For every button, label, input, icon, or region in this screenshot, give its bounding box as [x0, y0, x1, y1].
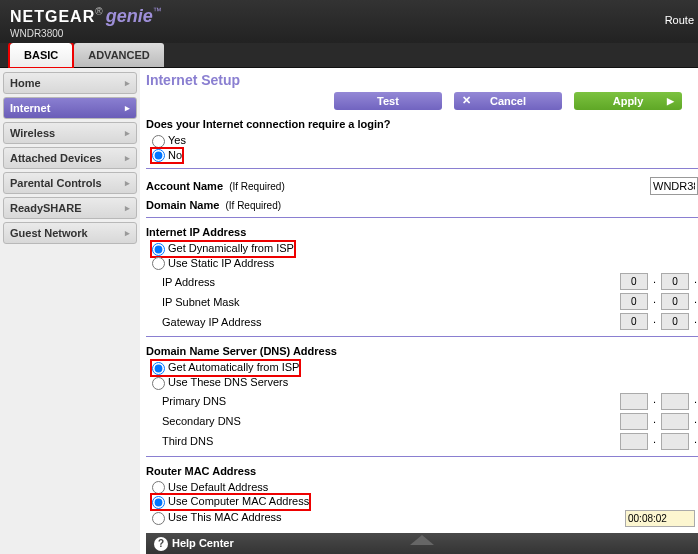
mac-address-input[interactable] — [625, 510, 695, 527]
chevron-right-icon: ▸ — [125, 103, 130, 113]
ip-oct[interactable] — [620, 313, 648, 330]
chevron-right-icon: ▸ — [125, 78, 130, 88]
mac-computer-row[interactable]: Use Computer MAC Address — [152, 495, 309, 509]
chevron-up-icon — [410, 535, 434, 545]
ip-oct[interactable] — [661, 273, 689, 290]
mac-this-row[interactable]: Use This MAC Address — [152, 510, 698, 527]
ip-oct[interactable] — [661, 433, 689, 450]
ip-static-radio[interactable] — [152, 257, 165, 270]
ip-oct[interactable] — [661, 293, 689, 310]
mac-computer-radio[interactable] — [152, 496, 165, 509]
dns-section-title: Domain Name Server (DNS) Address — [146, 345, 698, 357]
button-row: Test ✕Cancel Apply▶ — [146, 92, 698, 110]
ip-oct[interactable] — [620, 413, 648, 430]
model-label: WNDR3800 — [10, 28, 688, 39]
login-no-row[interactable]: No — [152, 149, 182, 163]
primary-dns-label: Primary DNS — [162, 395, 366, 407]
sidebar-item-readyshare[interactable]: ReadySHARE▸ — [3, 197, 137, 219]
header-right-text: Route — [665, 14, 694, 26]
help-icon: ? — [154, 537, 168, 551]
dns-use-row[interactable]: Use These DNS Servers — [152, 376, 698, 390]
chevron-right-icon: ▸ — [125, 128, 130, 138]
third-dns-label: Third DNS — [162, 435, 366, 447]
chevron-right-icon: ▸ — [125, 203, 130, 213]
brand-logo: NETGEAR — [10, 8, 95, 25]
dns-use-radio[interactable] — [152, 377, 165, 390]
tab-basic[interactable]: BASIC — [10, 43, 72, 67]
test-button[interactable]: Test — [334, 92, 442, 110]
chevron-right-icon: ▸ — [125, 153, 130, 163]
mac-default-row[interactable]: Use Default Address — [152, 481, 698, 495]
sidebar-item-internet[interactable]: Internet▸ — [3, 97, 137, 119]
ip-oct[interactable] — [620, 273, 648, 290]
mac-section-title: Router MAC Address — [146, 465, 698, 477]
chevron-right-icon: ▸ — [125, 178, 130, 188]
login-yes-row[interactable]: Yes — [152, 134, 698, 148]
ip-oct[interactable] — [661, 313, 689, 330]
ip-dynamic-radio[interactable] — [152, 243, 165, 256]
cancel-button[interactable]: ✕Cancel — [454, 92, 562, 110]
main-panel: Internet Setup Test ✕Cancel Apply▶ Does … — [140, 68, 698, 554]
ip-dynamic-row[interactable]: Get Dynamically from ISP — [152, 242, 294, 256]
x-icon: ✕ — [462, 94, 471, 107]
brand-genie: genie — [106, 6, 153, 26]
login-yes-radio[interactable] — [152, 135, 165, 148]
mac-default-radio[interactable] — [152, 481, 165, 494]
svg-marker-0 — [410, 535, 434, 545]
sidebar-item-guest-network[interactable]: Guest Network▸ — [3, 222, 137, 244]
ip-oct[interactable] — [661, 393, 689, 410]
ip-oct[interactable] — [661, 413, 689, 430]
gateway-label: Gateway IP Address — [162, 316, 366, 328]
dns-auto-row[interactable]: Get Automatically from ISP — [152, 361, 299, 375]
sidebar-item-attached-devices[interactable]: Attached Devices▸ — [3, 147, 137, 169]
subnet-label: IP Subnet Mask — [162, 296, 366, 308]
ip-oct[interactable] — [620, 393, 648, 410]
triangle-right-icon: ▶ — [667, 96, 674, 106]
domain-name-label: Domain Name (If Required) — [146, 199, 366, 211]
help-center-bar[interactable]: ?Help Center — [146, 533, 698, 554]
login-no-radio[interactable] — [152, 149, 165, 162]
ip-oct[interactable] — [620, 433, 648, 450]
chevron-right-icon: ▸ — [125, 228, 130, 238]
apply-button[interactable]: Apply▶ — [574, 92, 682, 110]
page-title: Internet Setup — [146, 72, 698, 88]
dns-auto-radio[interactable] — [152, 362, 165, 375]
sidebar-item-home[interactable]: Home▸ — [3, 72, 137, 94]
ip-section-title: Internet IP Address — [146, 226, 698, 238]
secondary-dns-label: Secondary DNS — [162, 415, 366, 427]
mac-this-radio[interactable] — [152, 512, 165, 525]
sidebar-item-parental-controls[interactable]: Parental Controls▸ — [3, 172, 137, 194]
account-name-label: Account Name (If Required) — [146, 180, 366, 192]
ip-static-row[interactable]: Use Static IP Address — [152, 257, 698, 271]
app-header: NETGEAR® genie™ WNDR3800 Route — [0, 0, 698, 43]
ip-address-label: IP Address — [162, 276, 366, 288]
account-name-input[interactable] — [650, 177, 698, 195]
login-question-label: Does your Internet connection require a … — [146, 118, 698, 130]
tab-advanced[interactable]: ADVANCED — [74, 43, 164, 67]
tab-bar: BASIC ADVANCED — [0, 43, 698, 68]
ip-oct[interactable] — [620, 293, 648, 310]
sidebar: Home▸ Internet▸ Wireless▸ Attached Devic… — [0, 68, 140, 554]
sidebar-item-wireless[interactable]: Wireless▸ — [3, 122, 137, 144]
